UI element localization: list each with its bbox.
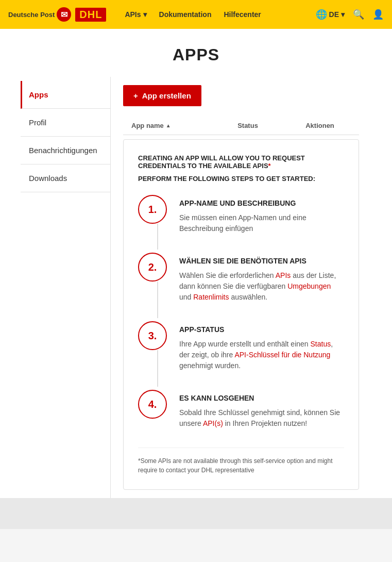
step-4-title: ES KANN LOSGEHEN xyxy=(179,394,344,402)
deutsche-post-logo: Deutsche Post ✉ xyxy=(8,7,71,22)
step-2-circle: 2. xyxy=(138,253,167,282)
col-actions: Aktionen xyxy=(289,122,351,129)
content-wrapper: Apps Profil Benachrichtigungen Downloads… xyxy=(0,77,392,498)
step-2-title: WÄHLEN SIE DIE BENÖTIGTEN APIS xyxy=(179,257,344,265)
step-2-link-ratenlimits[interactable]: Ratenlimits xyxy=(193,293,229,301)
create-app-button[interactable]: + App erstellen xyxy=(123,85,201,106)
main-panel: + App erstellen App name ▲ Status Aktion… xyxy=(111,77,371,498)
step-4-text-2: in Ihren Projekten nutzen! xyxy=(223,419,307,427)
user-icon: 👤 xyxy=(372,9,384,20)
create-app-label: App erstellen xyxy=(142,91,191,100)
step-3-circle: 3. xyxy=(138,321,167,350)
sidebar-item-profil[interactable]: Profil xyxy=(21,109,110,137)
footnote: *Some APIs are not available through thi… xyxy=(138,448,344,475)
user-button[interactable]: 👤 xyxy=(372,9,384,20)
step-1: 1. APP-NAME UND BESCHREIBUNG Sie müssen … xyxy=(138,195,344,234)
step-4-desc: Sobald Ihre Schlüssel genehmigt sind, kö… xyxy=(179,407,344,429)
post-icon: ✉ xyxy=(57,7,71,22)
globe-icon: 🌐 xyxy=(316,9,327,20)
col-status: Status xyxy=(207,122,289,129)
sidebar-item-benachrichtigungen[interactable]: Benachrichtigungen xyxy=(21,137,110,164)
step-1-circle: 1. xyxy=(138,195,167,224)
info-box: CREATING AN APP WILL ALLOW YOU TO REQUES… xyxy=(123,139,359,490)
col-app-name[interactable]: App name ▲ xyxy=(131,122,207,129)
step-3-content: APP-STATUS Ihre App wurde erstellt und e… xyxy=(179,321,344,371)
nav-links: APIs ▾ Dokumentation Hilfecenter xyxy=(125,10,261,19)
required-marker: * xyxy=(268,162,271,170)
bottom-gray-bar xyxy=(0,498,392,529)
step-2-content: WÄHLEN SIE DIE BENÖTIGTEN APIS Wählen Si… xyxy=(179,253,344,303)
nav-apis[interactable]: APIs ▾ xyxy=(125,10,146,19)
step-2-text-1: Wählen Sie die erforderlichen xyxy=(179,271,276,279)
step-2-link-umgebungen[interactable]: Umgebungen xyxy=(287,282,331,290)
nav-right: 🌐 DE ▾ 🔍 👤 xyxy=(316,9,384,20)
step-3-link-api-schlussel[interactable]: API-Schlüssel für die Nutzung xyxy=(234,351,330,359)
sidebar: Apps Profil Benachrichtigungen Downloads xyxy=(21,77,111,498)
info-subheadline: PERFORM THE FOLLOWING STEPS TO GET START… xyxy=(138,175,344,183)
sort-arrow-icon: ▲ xyxy=(166,123,171,128)
search-button[interactable]: 🔍 xyxy=(353,9,364,20)
deutsche-post-text: Deutsche Post xyxy=(8,11,55,19)
step-2-link-apis[interactable]: APIs xyxy=(276,271,291,279)
step-3: 3. APP-STATUS Ihre App wurde erstellt un… xyxy=(138,321,344,371)
step-1-title: APP-NAME UND BESCHREIBUNG xyxy=(179,199,344,207)
step-4-link-apis[interactable]: API(s) xyxy=(203,419,223,427)
step-3-desc: Ihre App wurde erstellt und enthält eine… xyxy=(179,339,344,371)
page-title: APPS xyxy=(0,45,392,64)
step-2-text-3: und xyxy=(179,293,193,301)
plus-icon: + xyxy=(133,91,138,100)
step-4-circle: 4. xyxy=(138,390,167,419)
brand-area: Deutsche Post ✉ DHL xyxy=(8,7,106,22)
step-1-content: APP-NAME UND BESCHREIBUNG Sie müssen ein… xyxy=(179,195,344,234)
nav-docs[interactable]: Dokumentation xyxy=(159,10,212,19)
step-3-text-3: genehmigt wurden. xyxy=(179,361,241,370)
sidebar-item-apps[interactable]: Apps xyxy=(21,81,110,109)
step-3-link-status[interactable]: Status xyxy=(311,340,331,348)
step-3-text-1: Ihre App wurde erstellt und enthält eine… xyxy=(179,340,311,348)
step-3-title: APP-STATUS xyxy=(179,325,344,334)
step-2: 2. WÄHLEN SIE DIE BENÖTIGTEN APIS Wählen… xyxy=(138,253,344,303)
search-icon: 🔍 xyxy=(353,9,364,20)
navbar: Deutsche Post ✉ DHL APIs ▾ Dokumentation… xyxy=(0,0,392,29)
sidebar-item-downloads[interactable]: Downloads xyxy=(21,164,110,192)
step-2-desc: Wählen Sie die erforderlichen APIs aus d… xyxy=(179,270,344,303)
steps-container: 1. APP-NAME UND BESCHREIBUNG Sie müssen … xyxy=(138,195,344,429)
step-4-content: ES KANN LOSGEHEN Sobald Ihre Schlüssel g… xyxy=(179,390,344,429)
nav-help[interactable]: Hilfecenter xyxy=(224,10,261,19)
info-headline: CREATING AN APP WILL ALLOW YOU TO REQUES… xyxy=(138,154,344,170)
language-selector[interactable]: 🌐 DE ▾ xyxy=(316,9,345,20)
step-2-text-4: auswählen. xyxy=(229,293,268,301)
chevron-down-icon: ▾ xyxy=(143,10,147,19)
dhl-logo: DHL xyxy=(75,8,106,22)
table-header: App name ▲ Status Aktionen xyxy=(123,117,359,135)
step-1-desc: Sie müssen einen App-Namen und eine Besc… xyxy=(179,212,344,234)
page-title-section: APPS xyxy=(0,29,392,77)
step-4: 4. ES KANN LOSGEHEN Sobald Ihre Schlüsse… xyxy=(138,390,344,429)
lang-chevron-icon: ▾ xyxy=(341,10,345,19)
